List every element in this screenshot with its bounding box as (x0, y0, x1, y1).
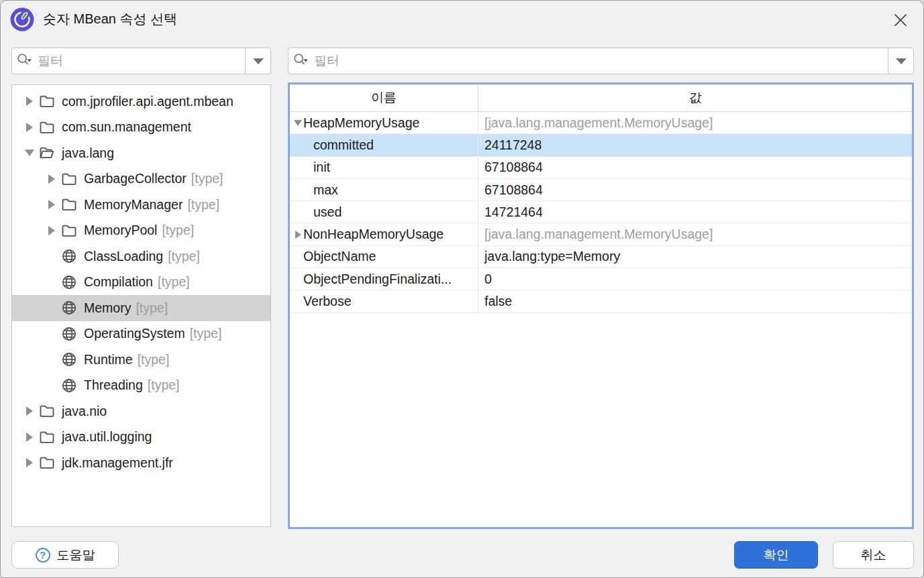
globe-icon (60, 351, 79, 368)
attribute-name-cell: NonHeapMemoryUsage (290, 223, 478, 245)
attribute-value: 24117248 (484, 137, 542, 153)
triangle-right-icon (48, 200, 55, 209)
tree-filter-dropdown-button[interactable] (245, 48, 270, 74)
attribute-value: 67108864 (484, 182, 543, 198)
tree-item-threading[interactable]: Threading[type] (12, 373, 270, 399)
tree-expand-icon[interactable] (21, 458, 38, 467)
folder-icon (38, 93, 56, 110)
triangle-right-icon (26, 97, 33, 106)
attribute-value: 14721464 (484, 205, 543, 220)
help-button[interactable]: ? 도움말 (11, 541, 119, 569)
attribute-value-cell: 67108864 (478, 157, 912, 178)
ok-button-label: 확인 (764, 546, 789, 564)
tree-item-type-suffix: [type] (136, 300, 168, 316)
tree-collapse-icon[interactable] (21, 150, 38, 156)
title-bar: 숫자 MBean 속성 선택 (1, 1, 923, 38)
tree-filter-input[interactable] (38, 48, 245, 74)
attribute-value: java.lang:type=Memory (484, 249, 620, 264)
tree-item-java-lang[interactable]: java.lang (12, 140, 270, 166)
attribute-name: ObjectPendingFinalizati... (303, 272, 452, 287)
triangle-right-icon (26, 406, 33, 416)
tree-item-com-sun-management[interactable]: com.sun.management (12, 115, 270, 141)
tree-item-garbagecollector[interactable]: GarbageCollector[type] (12, 166, 270, 192)
attribute-row-heapmemoryusage[interactable]: HeapMemoryUsage[java.lang.management.Mem… (290, 112, 912, 134)
attribute-name: ObjectName (303, 249, 376, 264)
attribute-value: 67108864 (484, 160, 543, 175)
ok-button[interactable]: 확인 (734, 541, 818, 569)
tree-item-type-suffix: [type] (191, 171, 223, 186)
tree-item-java-util-logging[interactable]: java.util.logging (12, 424, 270, 451)
tree-item-runtime[interactable]: Runtime[type] (12, 347, 270, 373)
attribute-row-nonheapmemoryusage[interactable]: NonHeapMemoryUsage[java.lang.management.… (290, 223, 912, 245)
dialog-window: 숫자 MBean 속성 선택 (0, 0, 924, 578)
attribute-value-cell: java.lang:type=Memory (478, 246, 912, 268)
search-icon (289, 48, 314, 74)
tree-item-type-suffix: [type] (187, 197, 219, 213)
row-collapse-icon[interactable] (293, 120, 303, 126)
cancel-button[interactable]: 취소 (833, 541, 914, 569)
attribute-name: used (313, 205, 342, 220)
triangle-right-icon (48, 174, 55, 184)
attribute-name-cell: HeapMemoryUsage (290, 112, 478, 133)
tree-item-type-suffix: [type] (158, 274, 190, 290)
triangle-right-icon (48, 226, 55, 235)
tree-item-label: Memory (84, 300, 131, 316)
folder-icon (38, 402, 56, 420)
tree-expand-icon[interactable] (21, 97, 38, 106)
tree-item-memory[interactable]: Memory[type] (12, 295, 270, 321)
tree-item-classloading[interactable]: ClassLoading[type] (12, 243, 270, 270)
folder-icon (60, 222, 79, 239)
mbean-tree: com.jprofiler.api.agent.mbeancom.sun.man… (11, 84, 271, 527)
column-header-name[interactable]: 이름 (290, 84, 478, 111)
tree-item-memorymanager[interactable]: MemoryManager[type] (12, 192, 270, 218)
attribute-row-used[interactable]: used14721464 (290, 201, 912, 223)
globe-icon (60, 299, 79, 316)
tree-item-compilation[interactable]: Compilation[type] (12, 270, 270, 296)
table-header-row: 이름 값 (290, 84, 912, 112)
attribute-value: false (484, 294, 512, 309)
folder-icon (38, 119, 56, 136)
tree-filter-field (11, 48, 271, 74)
tree-expand-icon[interactable] (44, 174, 60, 184)
tree-expand-icon[interactable] (21, 406, 38, 416)
tree-expand-icon[interactable] (44, 200, 60, 209)
attribute-row-committed[interactable]: committed24117248 (290, 134, 912, 156)
triangle-down-icon (25, 150, 34, 156)
attribute-value-cell: 24117248 (478, 134, 912, 156)
attribute-row-init[interactable]: init67108864 (290, 157, 912, 179)
tree-item-label: ClassLoading (84, 249, 163, 264)
attribute-value-cell: [java.lang.management.MemoryUsage] (478, 223, 912, 245)
cancel-button-label: 취소 (861, 546, 886, 564)
attribute-name: NonHeapMemoryUsage (303, 227, 444, 242)
tree-item-com-jprofiler-api-agent-mbean[interactable]: com.jprofiler.api.agent.mbean (12, 89, 270, 115)
tree-expand-icon[interactable] (21, 123, 38, 132)
search-icon (12, 48, 38, 74)
triangle-right-icon (295, 231, 301, 239)
tree-item-memorypool[interactable]: MemoryPool[type] (12, 218, 270, 244)
attribute-value: 0 (484, 272, 492, 287)
folder-icon (60, 170, 79, 188)
attribute-row-verbose[interactable]: Verbosefalse (290, 290, 912, 312)
attribute-name-cell: init (290, 157, 478, 178)
attribute-row-objectpendingfinalizati-[interactable]: ObjectPendingFinalizati...0 (290, 268, 912, 290)
close-icon[interactable] (890, 9, 911, 31)
tree-expand-icon[interactable] (44, 226, 60, 235)
row-expand-icon[interactable] (293, 231, 303, 239)
attribute-name: Verbose (303, 294, 352, 309)
column-header-value[interactable]: 값 (478, 84, 912, 111)
attribute-row-max[interactable]: max67108864 (290, 179, 912, 201)
attribute-name-cell: Verbose (290, 290, 478, 312)
tree-item-jdk-management-jfr[interactable]: jdk.management.jfr (12, 450, 270, 476)
tree-item-label: jdk.management.jfr (62, 455, 173, 471)
attribute-value: [java.lang.management.MemoryUsage] (484, 227, 713, 242)
triangle-right-icon (26, 432, 33, 442)
table-filter-input[interactable] (314, 48, 888, 74)
tree-item-label: java.util.logging (62, 429, 152, 445)
tree-item-java-nio[interactable]: java.nio (12, 398, 270, 424)
tree-item-operatingsystem[interactable]: OperatingSystem[type] (12, 321, 270, 347)
attribute-name: init (313, 160, 330, 175)
tree-item-label: OperatingSystem (84, 326, 185, 341)
attribute-row-objectname[interactable]: ObjectNamejava.lang:type=Memory (290, 246, 912, 268)
table-filter-dropdown-button[interactable] (888, 48, 913, 74)
tree-expand-icon[interactable] (21, 432, 38, 442)
